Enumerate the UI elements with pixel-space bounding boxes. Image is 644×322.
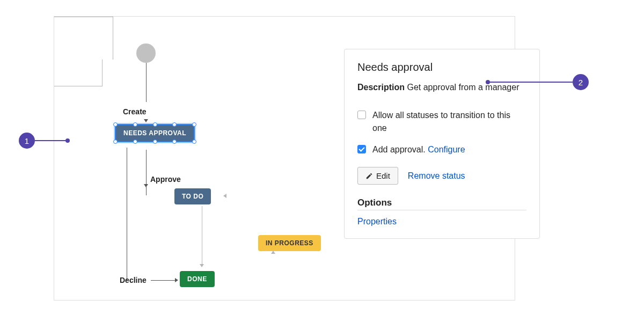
transition-label-create[interactable]: Create — [122, 107, 148, 116]
selection-handle[interactable] — [172, 140, 177, 144]
pencil-icon — [365, 172, 373, 180]
callout-badge-1: 1 — [19, 133, 35, 149]
checkbox-add-approval[interactable] — [357, 145, 366, 153]
checkbox-allow-all[interactable] — [357, 111, 366, 119]
panel-title: Needs approval — [357, 61, 526, 74]
callout-badge-2: 2 — [573, 74, 589, 90]
properties-link[interactable]: Properties — [357, 217, 526, 226]
transition-line-inprogress-todo — [54, 17, 113, 60]
allow-all-label: Allow all statuses to transition to this… — [372, 109, 526, 135]
edit-label: Edit — [376, 171, 390, 180]
selection-handle[interactable] — [153, 122, 157, 127]
status-label: NEEDS APPROVAL — [123, 129, 186, 137]
transition-line-done-inprogress — [54, 60, 103, 86]
transition-line-decline-h — [151, 280, 175, 281]
status-details-panel: Needs approval Description Get approval … — [344, 49, 540, 239]
add-approval-label: Add approval. — [372, 145, 428, 154]
remove-status-link[interactable]: Remove status — [408, 171, 465, 181]
description-label: Description — [357, 83, 405, 92]
transition-line-approve — [146, 150, 147, 195]
add-approval-row[interactable]: Add approval. Configure — [357, 143, 526, 156]
callout-line — [35, 140, 67, 141]
selection-handle[interactable] — [113, 122, 118, 127]
start-node[interactable] — [136, 43, 156, 63]
panel-description: Description Get approval from a manager — [357, 81, 526, 94]
callout-number: 2 — [579, 78, 583, 87]
selection-handle[interactable] — [153, 140, 157, 144]
transition-line-decline — [127, 148, 127, 281]
transition-label-approve[interactable]: Approve — [149, 175, 182, 184]
callout-number: 1 — [25, 136, 29, 145]
allow-all-row[interactable]: Allow all statuses to transition to this… — [357, 109, 526, 135]
arrowhead-icon — [144, 119, 148, 122]
status-in-progress[interactable]: IN PROGRESS — [258, 235, 321, 251]
selection-handle[interactable] — [172, 122, 177, 127]
arrowhead-icon — [175, 278, 178, 282]
edit-button[interactable]: Edit — [357, 167, 398, 185]
add-approval-text: Add approval. Configure — [372, 143, 465, 156]
selection-handle[interactable] — [133, 140, 137, 144]
callout-line — [488, 82, 573, 83]
status-done[interactable]: DONE — [180, 271, 215, 287]
selection-handle[interactable] — [113, 140, 118, 144]
transition-line-todo-done — [202, 206, 202, 266]
panel-actions: Edit Remove status — [357, 167, 526, 185]
selection-handle[interactable] — [192, 140, 196, 144]
workflow-editor-frame: Create NEEDS APPROVAL Approve TO DO IN P… — [54, 16, 515, 301]
configure-link[interactable]: Configure — [428, 145, 465, 154]
status-needs-approval[interactable]: NEEDS APPROVAL — [115, 124, 195, 142]
status-todo[interactable]: TO DO — [174, 188, 211, 204]
transition-label-decline[interactable]: Decline — [120, 276, 147, 284]
arrowhead-icon — [271, 251, 275, 254]
selection-handle[interactable] — [192, 122, 196, 127]
transition-line-create — [146, 63, 147, 102]
callout-dot — [486, 80, 490, 84]
description-text: Get approval from a manager — [407, 83, 519, 92]
options-header: Options — [357, 197, 526, 210]
arrowhead-icon — [200, 264, 204, 267]
selection-handle[interactable] — [133, 122, 137, 127]
arrowhead-icon — [144, 184, 148, 187]
arrowhead-icon — [223, 194, 226, 198]
callout-dot — [65, 138, 70, 143]
